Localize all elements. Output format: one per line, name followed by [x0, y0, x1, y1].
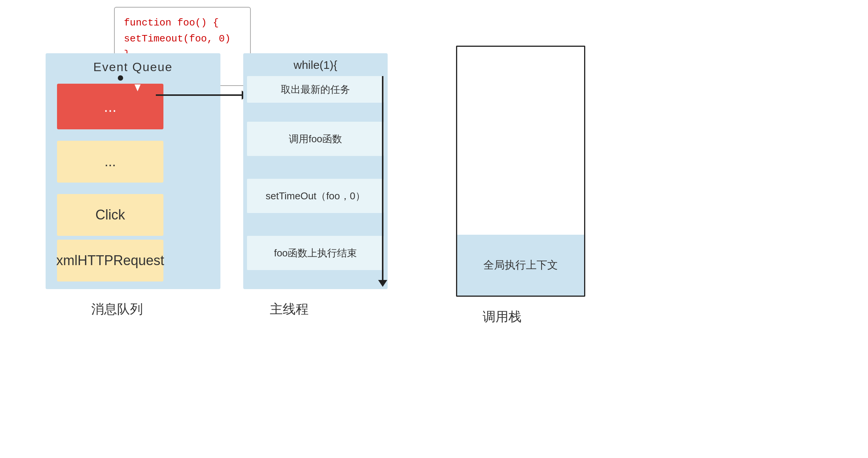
task-item-4: foo函数上执行结束	[247, 236, 384, 270]
task-item-1: 取出最新的任务	[247, 76, 384, 103]
arrow-down	[382, 76, 383, 281]
diagram-container: function foo() { setTimeout(foo, 0) } fo…	[0, 0, 868, 458]
call-stack-inner: 全局执行上下文	[457, 235, 584, 296]
event-queue-header: Event Queue	[46, 53, 220, 80]
queue-item-click: Click	[57, 194, 163, 236]
event-queue-label: 消息队列	[91, 301, 143, 318]
queue-item-yellow-1: ...	[57, 141, 163, 183]
task-item-3: setTimeOut（foo，0）	[247, 179, 384, 213]
main-thread-label: 主线程	[270, 301, 309, 318]
task-item-2: 调用foo函数	[247, 122, 384, 156]
call-stack-label: 调用栈	[483, 308, 521, 326]
code-line-1: function foo() {	[124, 15, 241, 31]
dot-connector	[118, 75, 123, 81]
call-stack-panel: 全局执行上下文	[456, 46, 585, 297]
code-line-2: setTimeout(foo, 0)	[124, 31, 241, 47]
main-thread-header: while(1){	[243, 53, 388, 75]
arrow-horizontal	[156, 94, 243, 96]
event-queue-panel: Event Queue ... ... Click xmlHTTPRequest	[46, 53, 220, 289]
queue-item-xmlhttp: xmlHTTPRequest	[57, 240, 163, 281]
main-thread-panel: while(1){ 取出最新的任务 调用foo函数 setTimeOut（foo…	[243, 53, 388, 289]
queue-item-red: ...	[57, 84, 163, 129]
